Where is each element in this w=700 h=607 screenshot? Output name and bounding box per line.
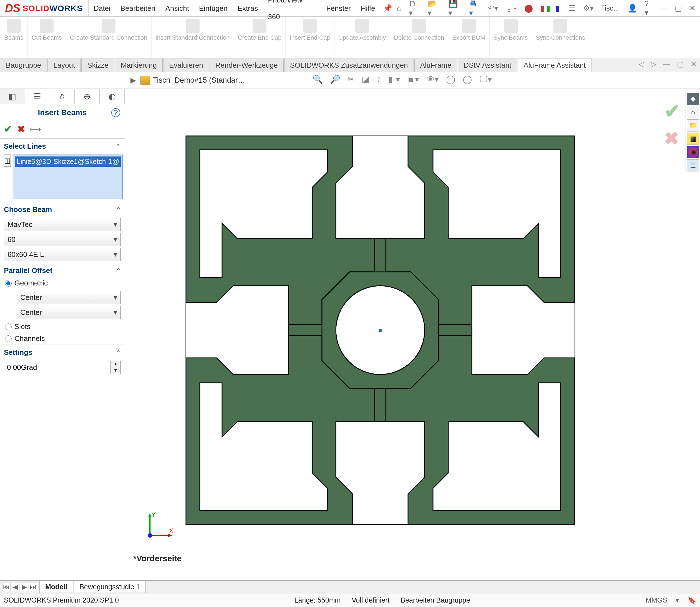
selection-item[interactable]: Linie5@3D-Skizze1@Sketch-1@ [15, 156, 121, 167]
radio-slots[interactable] [5, 323, 12, 330]
pm-tab-config-icon[interactable]: ⎌ [50, 89, 75, 104]
spin-up-icon[interactable]: ▲ [111, 361, 121, 367]
maximize-icon[interactable]: ▢ [673, 4, 684, 13]
hide-show-icon[interactable]: ▣▾ [406, 74, 421, 84]
tab-render[interactable]: Render-Werkzeuge [209, 59, 284, 72]
tp-appearance-icon[interactable]: ◉ [687, 146, 699, 158]
rebuild-icon[interactable]: ⬤ [522, 4, 535, 13]
tab-first-icon[interactable]: ⏮ [2, 583, 11, 591]
collapse-icon[interactable]: ⌃ [116, 349, 121, 356]
zoom-area-icon[interactable]: 🔎 [328, 74, 342, 84]
tp-custom-props-icon[interactable]: ☰ [687, 159, 699, 171]
search-input[interactable]: Tisc… [599, 4, 622, 12]
close-icon[interactable]: ✕ [687, 4, 698, 13]
doc-maximize-icon[interactable]: ▢ [675, 60, 685, 68]
home-icon[interactable]: ⌂ [395, 4, 404, 13]
tab-motion-study[interactable]: Bewegungsstudie 1 [74, 581, 146, 593]
minimize-icon[interactable]: — [658, 4, 670, 13]
scene-icon[interactable]: ◯ [445, 74, 457, 84]
collapse-icon[interactable]: ⌃ [116, 267, 121, 274]
tab-skizze[interactable]: Skizze [81, 59, 115, 72]
radio-geometric[interactable] [5, 280, 12, 287]
size-dropdown[interactable]: 60▾ [4, 233, 121, 246]
menu-bearbeiten[interactable]: Bearbeiten [116, 0, 160, 17]
offset-axis2-dropdown[interactable]: Center▾ [17, 306, 121, 319]
tab-evaluieren[interactable]: Evaluieren [163, 59, 209, 72]
options-list-icon[interactable]: ☰ [567, 4, 578, 13]
doc-minimize-icon[interactable]: — [661, 60, 672, 68]
ribbon-insert-std-conn[interactable]: Insert Standard Connection [151, 17, 234, 58]
collapse-icon[interactable]: ⌃ [116, 206, 121, 213]
menu-ansicht[interactable]: Ansicht [160, 0, 194, 17]
angle-input[interactable] [4, 361, 111, 374]
render-icon[interactable]: ◯ [461, 74, 474, 84]
user-icon[interactable]: 👤 [625, 4, 639, 13]
ribbon-sync-beams[interactable]: Sync Beams [490, 17, 532, 58]
pm-tab-feature-icon[interactable]: ◧ [0, 89, 25, 104]
ribbon-sync-conn[interactable]: Sync Connections [532, 17, 589, 58]
pushpin-icon[interactable]: ⟼ [30, 125, 41, 134]
pm-tab-property-icon[interactable]: ☰ [25, 89, 50, 104]
select-icon[interactable]: ⭳▾ [503, 4, 519, 13]
breadcrumb-chevron-icon[interactable]: ▶ [130, 76, 138, 85]
options-colorbar-icon[interactable]: ▮▮▮ [538, 4, 564, 13]
ribbon-create-endcap[interactable]: Create End Cap [234, 17, 286, 58]
breadcrumb[interactable]: Tisch_Demo#15 (Standar… [153, 76, 245, 85]
menu-einfuegen[interactable]: Einfügen [194, 0, 232, 17]
tp-file-explorer-icon[interactable]: 📁 [687, 119, 699, 131]
appearance-icon[interactable]: 👁▾ [425, 74, 440, 84]
undo-icon[interactable]: ↶▾ [486, 4, 500, 13]
collapse-icon[interactable]: ⌃ [116, 143, 121, 150]
panel-help-icon[interactable]: ? [111, 108, 120, 117]
ribbon-cut-beams[interactable]: Cut Beams [28, 17, 66, 58]
tab-modell[interactable]: Modell [39, 581, 73, 593]
tp-resources-icon[interactable]: ◆ [687, 93, 699, 105]
section-icon[interactable]: ◪ [360, 74, 371, 84]
tab-prev-icon[interactable]: ◀ [11, 583, 19, 591]
tp-design-lib-icon[interactable]: ⌂ [687, 106, 699, 118]
cancel-button[interactable]: ✖ [17, 123, 25, 134]
status-custom-icon[interactable]: ▾ [676, 596, 679, 604]
radio-channels[interactable] [5, 335, 12, 342]
selection-list[interactable]: Linie5@3D-Skizze1@Sketch-1@ [13, 154, 123, 199]
save-icon[interactable]: 💾▾ [446, 0, 464, 18]
gear-icon[interactable]: ⚙▾ [581, 4, 596, 13]
pm-tab-dimxpert-icon[interactable]: ⊕ [75, 89, 100, 104]
zoom-fit-icon[interactable]: 🔍 [311, 74, 325, 84]
profile-dropdown[interactable]: 60x60 4E L▾ [4, 248, 121, 261]
graphics-viewport[interactable]: ✔ ✖ [125, 89, 700, 588]
status-tag-icon[interactable]: 🔖 [687, 596, 696, 604]
vendor-dropdown[interactable]: MayTec▾ [4, 218, 121, 231]
tab-baugruppe[interactable]: Baugruppe [0, 59, 47, 72]
doc-next-icon[interactable]: ▷ [649, 60, 658, 68]
help-icon[interactable]: ?▾ [642, 0, 655, 17]
doc-close-icon[interactable]: ✕ [689, 60, 698, 68]
menu-fenster[interactable]: Fenster [322, 0, 356, 17]
menu-datei[interactable]: Datei [88, 0, 116, 17]
offset-axis1-dropdown[interactable]: Center▾ [17, 291, 121, 304]
magnify-icon[interactable]: ✂ [346, 74, 356, 84]
menu-hilfe[interactable]: Hilfe [356, 0, 380, 17]
tab-aluframe[interactable]: AluFrame [414, 59, 457, 72]
pin-icon[interactable]: 📌 [380, 4, 395, 13]
viewport-ok-icon[interactable]: ✔ [664, 100, 681, 123]
tab-next-icon[interactable]: ▶ [20, 583, 28, 591]
ok-button[interactable]: ✔ [4, 123, 12, 135]
tab-markierung[interactable]: Markierung [115, 59, 163, 72]
ribbon-beams[interactable]: Beams [0, 17, 28, 58]
spin-down-icon[interactable]: ▼ [111, 367, 121, 374]
ribbon-update-assembly[interactable]: Update Assembly [334, 17, 390, 58]
menu-extras[interactable]: Extras [232, 0, 263, 17]
orient-icon[interactable]: ↕ [375, 74, 383, 84]
print-icon[interactable]: 🖶▾ [467, 0, 483, 18]
display-style-icon[interactable]: ◧▾ [386, 74, 402, 84]
open-icon[interactable]: 📂▾ [425, 0, 443, 18]
status-units[interactable]: MMGS [645, 596, 667, 604]
pm-tab-appearance-icon[interactable]: ◐ [100, 89, 125, 104]
new-doc-icon[interactable]: 🗋▾ [407, 0, 423, 18]
selection-filter-icon[interactable]: ◫ [4, 154, 11, 167]
screen-icon[interactable]: 🖵▾ [478, 74, 494, 84]
tab-layout[interactable]: Layout [47, 59, 81, 72]
tab-dstv[interactable]: DStV Assistant [458, 59, 517, 72]
viewport-cancel-icon[interactable]: ✖ [664, 128, 681, 149]
